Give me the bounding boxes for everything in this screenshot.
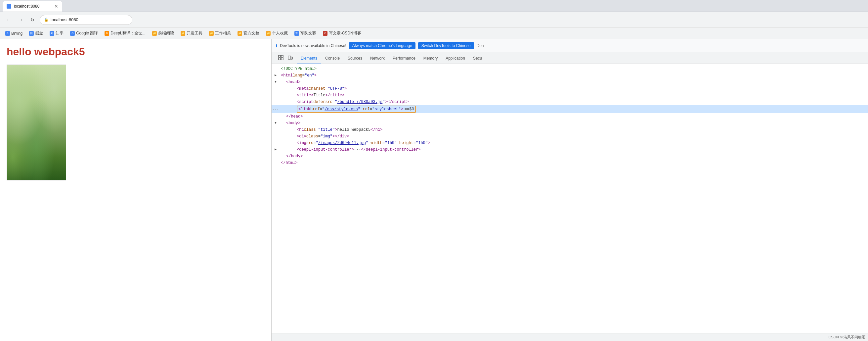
- line-content: <body>: [280, 120, 300, 126]
- html-line-script[interactable]: <script defer src = "/bundle.77980a93.js…: [272, 99, 868, 105]
- html-line-title[interactable]: <title> Title </title>: [272, 92, 868, 99]
- personal-collection-label: 个人收藏: [272, 30, 288, 36]
- line-content: <script defer src = "/bundle.77980a93.js…: [280, 99, 409, 105]
- work-related-icon: 📁: [209, 31, 214, 36]
- official-docs-label: 官方文档: [244, 30, 259, 36]
- reload-button[interactable]: ↻: [28, 15, 37, 25]
- dont-show-text: Don: [477, 44, 484, 48]
- html-line-div-img[interactable]: <div class = "img" ></div>: [272, 133, 868, 140]
- html-line-body-close[interactable]: </body>: [272, 153, 868, 160]
- line-content: <head>: [280, 79, 300, 85]
- line-gutter: ▼: [272, 79, 280, 85]
- juejin-icon: 掘: [29, 31, 34, 36]
- line-content: <div class = "img" ></div>: [280, 134, 349, 139]
- line-content: <meta charset = "UTF-8" >: [280, 86, 347, 92]
- csdn-icon: C: [323, 31, 328, 36]
- svg-rect-2: [281, 55, 283, 57]
- line-gutter: ▶: [272, 147, 280, 152]
- line-content: <link href = "/css/style.css" rel = "sty…: [280, 106, 416, 113]
- dev-tools-label: 开发工具: [187, 30, 203, 36]
- doctype-text: <!DOCTYPE html>: [281, 66, 316, 72]
- biying-label: BiYing: [11, 31, 23, 36]
- zhihu-icon: 知: [50, 31, 54, 36]
- line-content: <deepl-input-controller> ··· </deepl-inp…: [280, 147, 421, 152]
- switch-to-chinese-button[interactable]: Switch DevTools to Chinese: [418, 42, 474, 49]
- google-translate-label: Google 翻译: [76, 30, 98, 36]
- line-content: </body>: [280, 153, 303, 159]
- element-selector-icon[interactable]: [277, 54, 285, 62]
- tab-console[interactable]: Console: [321, 53, 344, 64]
- address-input[interactable]: 🔒 localhost:8080: [40, 15, 132, 25]
- dev-tools-icon: 📁: [181, 31, 185, 36]
- line-content: </html>: [280, 160, 298, 166]
- lock-icon: 🔒: [44, 18, 49, 22]
- svg-rect-3: [281, 58, 283, 60]
- bookmark-front-reading[interactable]: 📁 前端阅读: [150, 29, 177, 38]
- browser-chrome: localhost:8080 ✕ ← → ↻ 🔒 localhost:8080 …: [0, 0, 868, 341]
- line-content: <h1 class = "title" > hello webpack5 </h…: [280, 127, 382, 133]
- military-jobs-label: 军队文职: [300, 30, 316, 36]
- info-icon: ℹ: [276, 43, 277, 48]
- tab-favicon: [7, 4, 11, 9]
- forward-button[interactable]: →: [16, 15, 25, 25]
- tab-security[interactable]: Secu: [469, 53, 486, 64]
- html-line-doctype[interactable]: <!DOCTYPE html>: [272, 65, 868, 72]
- bookmark-personal-collection[interactable]: 📁 个人收藏: [263, 29, 290, 38]
- webpage: hello webpack5: [0, 39, 271, 341]
- tab-network[interactable]: Network: [366, 53, 389, 64]
- device-toolbar-icon[interactable]: [286, 54, 294, 62]
- bookmarks-bar: B BiYing 掘 掘金 知 知乎 G Google 翻译 D DeepL翻译…: [0, 28, 868, 39]
- html-line-head[interactable]: ▼ <head>: [272, 79, 868, 85]
- notification-text: DevTools is now available in Chinese!: [280, 44, 346, 48]
- html-line-meta[interactable]: <meta charset = "UTF-8" >: [272, 85, 868, 92]
- expand-icon[interactable]: ▶: [275, 73, 277, 79]
- status-bar: CSDN © 清风不问细雨: [272, 333, 868, 341]
- selected-line-box: <link href = "/css/style.css" rel = "sty…: [297, 106, 416, 113]
- html-line-h1[interactable]: <h1 class = "title" > hello webpack5 </h…: [272, 126, 868, 133]
- line-gutter: ▶: [272, 73, 280, 79]
- bookmark-csdn[interactable]: C 写文章-CSDN博客: [320, 29, 364, 38]
- tab-elements[interactable]: Elements: [297, 53, 321, 64]
- bookmark-biying[interactable]: B BiYing: [3, 29, 25, 38]
- html-line-html[interactable]: ▶ <html lang = "en" >: [272, 72, 868, 79]
- ellipsis-indicator[interactable]: ···: [272, 106, 279, 112]
- front-reading-icon: 📁: [152, 31, 157, 36]
- tab-application[interactable]: Application: [442, 53, 469, 64]
- tab-title: localhost:8080: [14, 4, 39, 9]
- line-content: <!DOCTYPE html>: [280, 66, 316, 72]
- html-line-img[interactable]: <img src = "/images/2d694e11.jpg" width …: [272, 140, 868, 146]
- google-translate-icon: G: [70, 31, 75, 36]
- tab-memory[interactable]: Memory: [420, 53, 442, 64]
- tab-performance[interactable]: Performance: [389, 53, 420, 64]
- bookmark-work-related[interactable]: 📁 工作相关: [207, 29, 234, 38]
- csdn-label: 写文章-CSDN博客: [329, 30, 361, 36]
- always-match-language-button[interactable]: Always match Chrome's language: [349, 42, 415, 49]
- html-line-body[interactable]: ▼ <body>: [272, 120, 868, 126]
- svg-rect-0: [279, 55, 280, 57]
- line-content: <html lang = "en" >: [280, 73, 316, 79]
- devtools-panel: ℹ DevTools is now available in Chinese! …: [271, 39, 868, 341]
- bookmark-dev-tools[interactable]: 📁 开发工具: [178, 29, 205, 38]
- browser-tab[interactable]: localhost:8080 ✕: [3, 1, 62, 11]
- html-line-html-close[interactable]: </html>: [272, 160, 868, 166]
- bookmark-zhihu[interactable]: 知 知乎: [47, 29, 66, 38]
- bookmark-juejin[interactable]: 掘 掘金: [27, 29, 45, 38]
- deepl-label: DeepL翻译：全世...: [111, 30, 145, 36]
- svg-rect-1: [279, 58, 280, 60]
- bookmark-official-docs[interactable]: 📁 官方文档: [235, 29, 262, 38]
- html-line-deepl[interactable]: ▶ <deepl-input-controller> ··· </deepl-i…: [272, 146, 868, 153]
- tab-close-button[interactable]: ✕: [54, 4, 58, 9]
- bookmark-google-translate[interactable]: G Google 翻译: [67, 29, 100, 38]
- expand-icon[interactable]: ▼: [275, 79, 277, 85]
- painting: [7, 65, 66, 180]
- equals-sign: ==: [405, 106, 409, 112]
- line-gutter: ···: [272, 106, 280, 112]
- expand-icon[interactable]: ▶: [275, 147, 277, 152]
- html-line-link-selected[interactable]: ··· <link href = "/css/style.css" rel =: [272, 105, 868, 113]
- html-line-head-close[interactable]: </head>: [272, 113, 868, 120]
- tab-sources[interactable]: Sources: [344, 53, 366, 64]
- expand-icon[interactable]: ▼: [275, 120, 277, 126]
- back-button[interactable]: ←: [4, 15, 13, 25]
- bookmark-deepl[interactable]: D DeepL翻译：全世...: [102, 29, 148, 38]
- bookmark-military-jobs[interactable]: 军 军队文职: [292, 29, 319, 38]
